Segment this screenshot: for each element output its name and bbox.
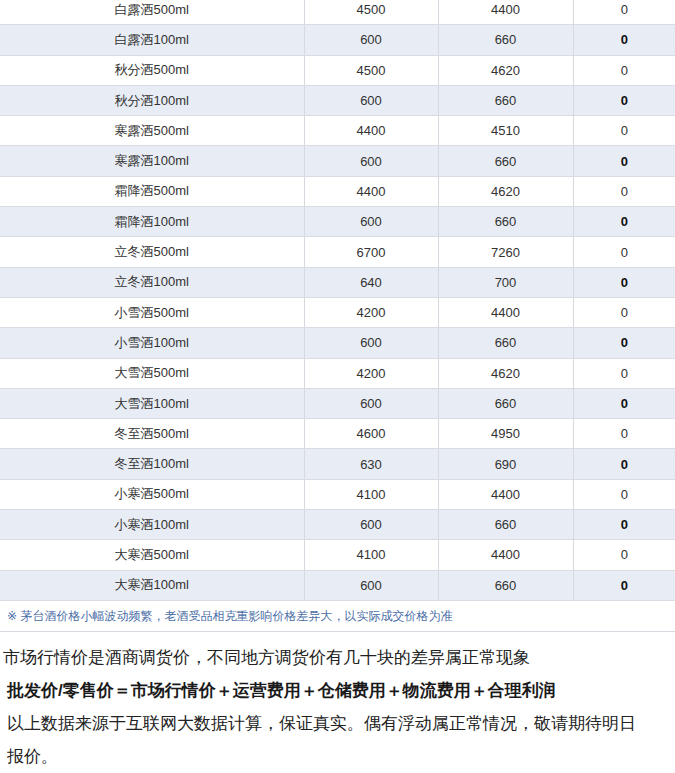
table-row: 小寒酒100ml 600 660 0	[0, 510, 675, 540]
change-cell: 0	[573, 479, 675, 509]
change-cell: 0	[573, 510, 675, 540]
price-cell: 660	[438, 207, 573, 237]
price-cell: 4400	[304, 176, 438, 206]
table-row: 霜降酒100ml 600 660 0	[0, 207, 675, 237]
change-cell: 0	[573, 449, 675, 479]
table-row: 白露酒100ml 600 660 0	[0, 25, 675, 55]
price-page: 白露酒500ml 4500 4400 0 白露酒100ml 600 660 0 …	[0, 0, 675, 773]
price-cell: 4400	[438, 0, 573, 25]
price-cell: 690	[438, 449, 573, 479]
price-footnote: ※ 茅台酒价格小幅波动频繁，老酒受品相克重影响价格差异大，以实际成交价格为准	[0, 601, 675, 632]
change-cell: 0	[573, 267, 675, 297]
price-cell: 600	[304, 328, 438, 358]
price-cell: 660	[438, 510, 573, 540]
change-cell: 0	[573, 358, 675, 388]
product-name-cell: 霜降酒100ml	[0, 207, 304, 237]
product-name-cell: 秋分酒100ml	[0, 85, 304, 115]
price-cell: 660	[438, 146, 573, 176]
table-row: 秋分酒100ml 600 660 0	[0, 85, 675, 115]
change-cell: 0	[573, 55, 675, 85]
price-cell: 6700	[304, 237, 438, 267]
product-name-cell: 立冬酒100ml	[0, 267, 304, 297]
product-name-cell: 大寒酒100ml	[0, 570, 304, 600]
product-name-cell: 小雪酒100ml	[0, 328, 304, 358]
change-cell: 0	[573, 25, 675, 55]
product-name-cell: 寒露酒100ml	[0, 146, 304, 176]
price-cell: 600	[304, 85, 438, 115]
change-cell: 0	[573, 540, 675, 570]
product-name-cell: 秋分酒500ml	[0, 55, 304, 85]
table-row: 冬至酒500ml 4600 4950 0	[0, 419, 675, 449]
price-cell: 4620	[438, 358, 573, 388]
table-row: 小寒酒500ml 4100 4400 0	[0, 479, 675, 509]
table-row: 小雪酒100ml 600 660 0	[0, 328, 675, 358]
product-name-cell: 白露酒100ml	[0, 25, 304, 55]
change-cell: 0	[573, 570, 675, 600]
price-cell: 4400	[438, 540, 573, 570]
price-table-body: 白露酒500ml 4500 4400 0 白露酒100ml 600 660 0 …	[0, 0, 675, 600]
table-row: 立冬酒100ml 640 700 0	[0, 267, 675, 297]
change-cell: 0	[573, 85, 675, 115]
product-name-cell: 大寒酒500ml	[0, 540, 304, 570]
price-cell: 600	[304, 146, 438, 176]
price-cell: 4200	[304, 358, 438, 388]
price-cell: 640	[304, 267, 438, 297]
table-row: 小雪酒500ml 4200 4400 0	[0, 297, 675, 327]
product-name-cell: 大雪酒500ml	[0, 358, 304, 388]
price-cell: 4400	[438, 297, 573, 327]
price-cell: 4600	[304, 419, 438, 449]
price-cell: 600	[304, 510, 438, 540]
price-cell: 660	[438, 388, 573, 418]
price-cell: 4500	[304, 55, 438, 85]
price-cell: 660	[438, 25, 573, 55]
product-name-cell: 霜降酒500ml	[0, 176, 304, 206]
price-cell: 660	[438, 328, 573, 358]
change-cell: 0	[573, 237, 675, 267]
price-cell: 4500	[304, 0, 438, 25]
liquor-price-table: 白露酒500ml 4500 4400 0 白露酒100ml 600 660 0 …	[0, 0, 675, 601]
table-row: 霜降酒500ml 4400 4620 0	[0, 176, 675, 206]
para-market-price-note: 市场行情价是酒商调货价，不同地方调货价有几十块的差异属正常现象	[3, 641, 641, 674]
product-name-cell: 小雪酒500ml	[0, 297, 304, 327]
change-cell: 0	[573, 116, 675, 146]
product-name-cell: 立冬酒500ml	[0, 237, 304, 267]
table-row: 大雪酒100ml 600 660 0	[0, 388, 675, 418]
change-cell: 0	[573, 146, 675, 176]
price-cell: 600	[304, 570, 438, 600]
product-name-cell: 小寒酒500ml	[0, 479, 304, 509]
change-cell: 0	[573, 207, 675, 237]
table-row: 大寒酒500ml 4100 4400 0	[0, 540, 675, 570]
price-cell: 660	[438, 85, 573, 115]
price-cell: 4620	[438, 176, 573, 206]
price-cell: 4510	[438, 116, 573, 146]
change-cell: 0	[573, 0, 675, 25]
price-cell: 700	[438, 267, 573, 297]
price-cell: 4200	[304, 297, 438, 327]
table-row: 大雪酒500ml 4200 4620 0	[0, 358, 675, 388]
price-cell: 4950	[438, 419, 573, 449]
product-name-cell: 冬至酒500ml	[0, 419, 304, 449]
product-name-cell: 寒露酒500ml	[0, 116, 304, 146]
price-cell: 630	[304, 449, 438, 479]
table-row: 秋分酒500ml 4500 4620 0	[0, 55, 675, 85]
price-cell: 7260	[438, 237, 573, 267]
table-row: 立冬酒500ml 6700 7260 0	[0, 237, 675, 267]
product-name-cell: 白露酒500ml	[0, 0, 304, 25]
price-cell: 4400	[304, 116, 438, 146]
table-row: 白露酒500ml 4500 4400 0	[0, 0, 675, 25]
product-name-cell: 冬至酒100ml	[0, 449, 304, 479]
change-cell: 0	[573, 176, 675, 206]
price-cell: 4400	[438, 479, 573, 509]
price-cell: 600	[304, 25, 438, 55]
change-cell: 0	[573, 419, 675, 449]
para-price-formula: 批发价/零售价＝市场行情价＋运营费用＋仓储费用＋物流费用＋合理利润	[7, 674, 641, 707]
price-cell: 4100	[304, 540, 438, 570]
table-row: 寒露酒500ml 4400 4510 0	[0, 116, 675, 146]
product-name-cell: 小寒酒100ml	[0, 510, 304, 540]
para-data-disclaimer: 以上数据来源于互联网大数据计算，保证真实。偶有浮动属正常情况，敬请期待明日报价。	[7, 707, 641, 773]
price-cell: 4100	[304, 479, 438, 509]
price-cell: 600	[304, 388, 438, 418]
product-name-cell: 大雪酒100ml	[0, 388, 304, 418]
change-cell: 0	[573, 388, 675, 418]
table-row: 大寒酒100ml 600 660 0	[0, 570, 675, 600]
